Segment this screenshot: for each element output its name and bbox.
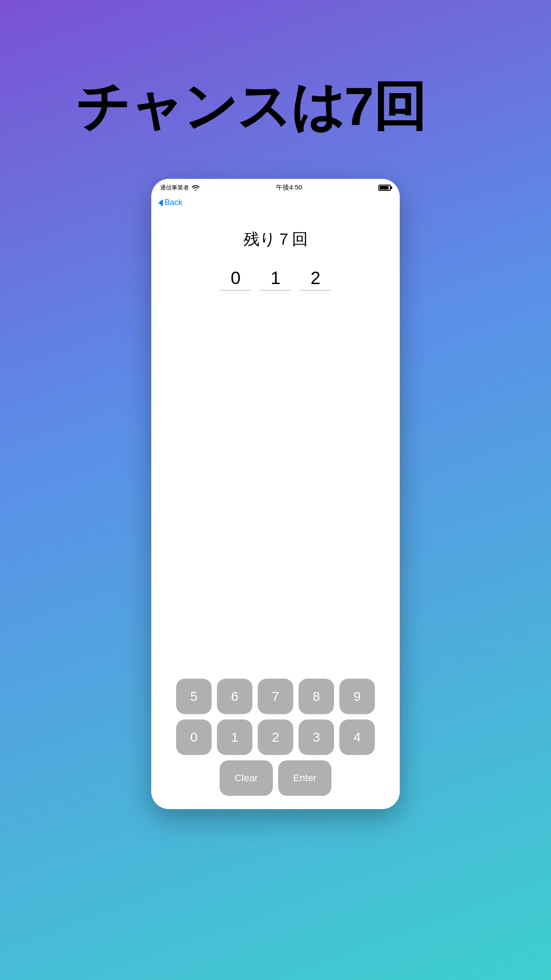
digit-underline-1	[260, 290, 291, 291]
digit-cell-1: 1	[260, 268, 291, 291]
key-4[interactable]: 4	[339, 719, 375, 755]
key-2[interactable]: 2	[258, 719, 293, 755]
back-button[interactable]: Back	[158, 198, 182, 207]
main-content: 残り７回 0 1 2	[151, 211, 400, 672]
key-1[interactable]: 1	[217, 719, 252, 755]
status-left: 通信事業者	[160, 184, 200, 192]
carrier-label: 通信事業者	[160, 184, 189, 192]
key-7[interactable]: 7	[258, 679, 293, 714]
key-row-1: 5 6 7 8 9	[176, 679, 375, 714]
status-bar: 通信事業者 午後4:50	[151, 179, 400, 194]
key-9[interactable]: 9	[339, 679, 375, 714]
digit-underline-0	[220, 290, 251, 291]
remaining-text: 残り７回	[244, 229, 308, 250]
back-label: Back	[165, 198, 182, 207]
status-time: 午後4:50	[276, 183, 302, 192]
key-0[interactable]: 0	[176, 719, 212, 755]
digit-cell-2: 2	[300, 268, 331, 291]
wifi-icon	[192, 185, 200, 191]
key-row-3: Clear Enter	[220, 760, 331, 796]
keyboard-area: 5 6 7 8 9 0 1 2 3 4 Clear Enter	[151, 672, 400, 809]
nav-bar: Back	[151, 194, 400, 211]
digit-value-2: 2	[311, 268, 320, 288]
key-6[interactable]: 6	[217, 679, 252, 714]
clear-button[interactable]: Clear	[220, 760, 273, 796]
enter-button[interactable]: Enter	[278, 760, 331, 796]
key-row-2: 0 1 2 3 4	[176, 719, 375, 755]
battery-icon	[378, 185, 391, 191]
battery-fill	[380, 186, 389, 190]
digit-cell-0: 0	[220, 268, 251, 291]
status-right	[378, 185, 391, 191]
digits-row: 0 1 2	[220, 268, 331, 291]
key-5[interactable]: 5	[176, 679, 212, 714]
digit-underline-2	[300, 290, 331, 291]
headline-text: チャンスは7回	[76, 71, 475, 143]
key-3[interactable]: 3	[299, 719, 334, 755]
phone-frame: 通信事業者 午後4:50 Back 残り７回 0	[151, 179, 400, 809]
chevron-left-icon	[158, 199, 163, 206]
key-8[interactable]: 8	[299, 679, 334, 714]
digit-value-1: 1	[271, 268, 280, 288]
digit-value-0: 0	[231, 268, 240, 288]
